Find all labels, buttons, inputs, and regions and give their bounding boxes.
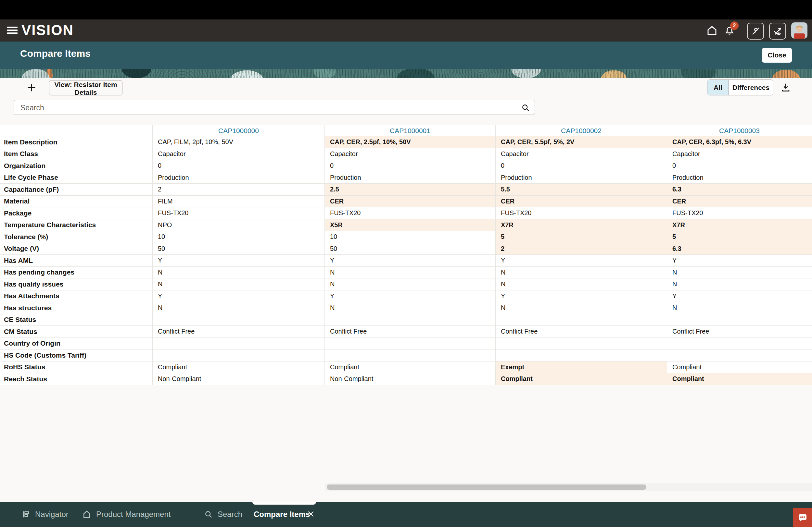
- cell-value: Y: [153, 290, 325, 302]
- cell-value: Compliant: [325, 361, 496, 374]
- close-icon: [307, 510, 315, 518]
- row-label: Country of Origin: [0, 338, 153, 350]
- row-label: Item Description: [0, 136, 153, 148]
- cell-value: Y: [496, 255, 667, 267]
- close-button[interactable]: Close: [762, 48, 792, 63]
- view-selector-button[interactable]: View: Resistor Item Details: [49, 80, 122, 95]
- filter-all[interactable]: All: [707, 80, 729, 95]
- cell-value: 0: [325, 160, 496, 172]
- cell-value: CER: [325, 196, 496, 208]
- avatar[interactable]: [791, 22, 808, 39]
- avatar-image: [791, 22, 808, 39]
- cell-value: [325, 314, 496, 326]
- row-label: RoHS Status: [0, 361, 153, 374]
- close-tab-button[interactable]: [305, 510, 315, 519]
- row-label: Organization: [0, 160, 153, 172]
- cell-value: N: [496, 302, 667, 314]
- column-header[interactable]: CAP1000001: [325, 125, 496, 136]
- column-header[interactable]: CAP1000000: [153, 125, 325, 136]
- menu-icon[interactable]: [7, 25, 18, 36]
- row-label: Has pending changes: [0, 267, 153, 279]
- app-logo: VISION: [21, 22, 74, 38]
- row-label: Voltage (V): [0, 243, 153, 255]
- cell-value: 5: [496, 231, 667, 243]
- cell-value: Production: [325, 172, 496, 184]
- taskbar-divider: [181, 502, 181, 527]
- cell-value: [153, 349, 325, 361]
- cell-value: Production: [496, 172, 667, 184]
- row-label: Package: [0, 207, 153, 220]
- search-input[interactable]: [20, 100, 521, 115]
- search-icon[interactable]: [521, 103, 530, 112]
- cell-value: N: [496, 267, 667, 279]
- download-icon: [780, 82, 791, 93]
- cell-value: 5: [667, 231, 812, 243]
- row-label: Temperature Characteristics: [0, 220, 153, 231]
- taskbar-item-search[interactable]: Search: [204, 502, 242, 527]
- cell-value: [496, 314, 667, 326]
- add-item-button[interactable]: [24, 82, 36, 93]
- person-off-button[interactable]: [747, 23, 764, 40]
- cell-value: N: [325, 302, 496, 314]
- cell-value: 0: [496, 160, 667, 172]
- row-label: Reach Status: [0, 373, 153, 385]
- download-button[interactable]: [778, 81, 791, 94]
- cell-value: [153, 314, 325, 326]
- cell-value: Compliant: [153, 361, 325, 374]
- label-column-divider: [153, 385, 153, 394]
- row-label: CM Status: [0, 326, 153, 338]
- taskbar-tab-compare-items[interactable]: Compare Items: [254, 502, 310, 527]
- column-header[interactable]: CAP1000002: [496, 125, 667, 136]
- cell-value: Y: [667, 290, 812, 302]
- person-slash-icon: [751, 26, 760, 36]
- cell-value: 50: [325, 243, 496, 255]
- cell-value: X7R: [667, 220, 812, 231]
- cell-value: FUS-TX20: [496, 207, 667, 220]
- cell-value: [667, 314, 812, 326]
- app-bar: VISION 2: [0, 19, 812, 42]
- cell-value: [496, 338, 667, 350]
- cell-value: Production: [667, 172, 812, 184]
- cell-value: Capacitor: [153, 148, 325, 160]
- notifications-button[interactable]: 2: [723, 24, 736, 37]
- cell-value: N: [667, 267, 812, 279]
- home-button[interactable]: [706, 24, 719, 37]
- cell-value: Y: [496, 290, 667, 302]
- cell-value: [667, 338, 812, 350]
- cell-value: 5.5: [496, 184, 667, 196]
- cell-value: 0: [153, 160, 325, 172]
- cell-value: [325, 338, 496, 350]
- cell-value: [496, 349, 667, 361]
- cell-value: Capacitor: [325, 148, 496, 160]
- cell-value: N: [325, 278, 496, 290]
- cell-value: FUS-TX20: [153, 207, 325, 220]
- cell-value: FUS-TX20: [667, 207, 812, 220]
- cell-value: NPO: [153, 220, 325, 231]
- row-label: Material: [0, 196, 153, 208]
- cell-value: X7R: [496, 220, 667, 231]
- cell-value: 0: [667, 160, 812, 172]
- cell-value: [667, 349, 812, 361]
- cell-value: N: [153, 278, 325, 290]
- column-header[interactable]: CAP1000003: [667, 125, 812, 136]
- taskbar-item-product-management[interactable]: Product Management: [82, 502, 171, 527]
- page-header: Compare Items Close: [0, 42, 812, 69]
- cell-value: Capacitor: [496, 148, 667, 160]
- cell-value: Y: [325, 255, 496, 267]
- filter-toggle: All Differences: [707, 79, 773, 95]
- horizontal-scrollbar-thumb[interactable]: [327, 484, 646, 490]
- cell-value: [153, 338, 325, 350]
- cell-value: Conflict Free: [325, 326, 496, 338]
- cell-value: CAP, CER, 6.3pf, 5%, 6.3V: [667, 136, 812, 148]
- plus-icon: [26, 82, 37, 93]
- taskbar-item-navigator[interactable]: Navigator: [21, 502, 69, 527]
- cell-value: Conflict Free: [153, 326, 325, 338]
- cell-value: Exempt: [496, 361, 667, 374]
- call-off-button[interactable]: [769, 23, 786, 40]
- filter-differences[interactable]: Differences: [729, 80, 773, 95]
- pinned-column-divider: [325, 385, 325, 483]
- cell-value: Y: [667, 255, 812, 267]
- cell-value: N: [667, 302, 812, 314]
- chat-button[interactable]: [793, 508, 812, 527]
- cell-value: CER: [667, 196, 812, 208]
